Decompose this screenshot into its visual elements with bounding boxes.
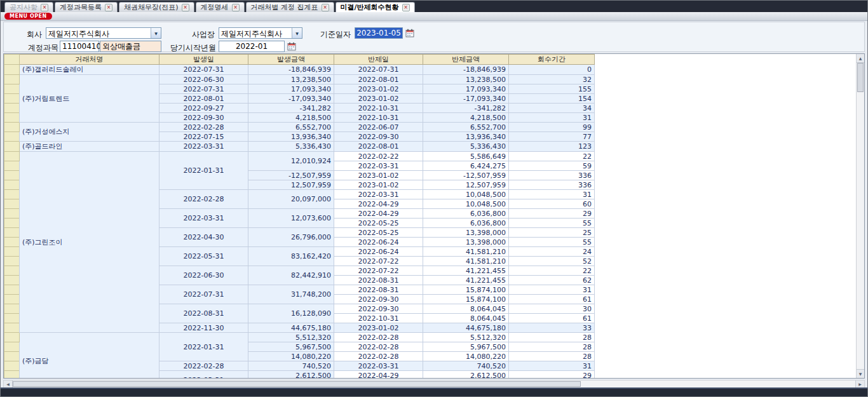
row-selector[interactable] xyxy=(4,266,20,276)
calendar-icon[interactable] xyxy=(405,28,415,38)
column-header: 발생금액 xyxy=(248,55,334,65)
collection-days-cell: 33 xyxy=(509,323,595,333)
account-name-field[interactable]: 외상매출금 xyxy=(100,41,161,52)
period-start-value: 2022-01 xyxy=(236,42,268,51)
occur-amount-cell: 83,162,420 xyxy=(248,247,334,266)
collection-days-cell: 61 xyxy=(509,295,595,304)
tab-2[interactable]: 계정과목등록× xyxy=(55,2,118,12)
column-header: 거래처명 xyxy=(20,55,159,65)
occur-amount-cell: 4,218,500 xyxy=(248,113,334,123)
occur-amount-cell: 12,507,959 xyxy=(248,180,334,190)
row-selector[interactable] xyxy=(4,219,20,228)
row-selector[interactable] xyxy=(4,180,20,190)
row-selector[interactable] xyxy=(4,247,20,257)
row-selector[interactable] xyxy=(4,132,20,142)
scroll-down-icon[interactable]: ▼ xyxy=(857,369,864,378)
tab-4[interactable]: 계정명세× xyxy=(196,2,245,12)
row-selector[interactable] xyxy=(4,142,20,152)
row-selector[interactable] xyxy=(4,323,20,333)
settle-date-cell: 2022-03-31 xyxy=(334,161,423,171)
row-selector[interactable] xyxy=(4,314,20,323)
settle-amount-cell: 13,398,000 xyxy=(423,228,509,238)
collection-days-cell: 55 xyxy=(509,219,595,228)
row-selector[interactable] xyxy=(4,209,20,219)
occur-amount-cell: -12,507,959 xyxy=(248,171,334,180)
collection-days-cell: 34 xyxy=(509,104,595,113)
occur-amount-cell: 5,512,320 xyxy=(248,333,334,342)
occur-amount-cell: -18,846,939 xyxy=(248,65,334,75)
row-selector[interactable] xyxy=(4,304,20,314)
vertical-scrollbar[interactable]: ▲ ▼ xyxy=(856,54,864,378)
occur-date-cell: 2022-02-28 xyxy=(159,190,248,209)
tab-close-icon[interactable]: × xyxy=(322,4,329,11)
results-table: 거래처명발생일발생금액반제일반제금액회수기간(주)갤러리드솔레이2022-07-… xyxy=(4,54,595,379)
settle-amount-cell: 12,507,959 xyxy=(423,180,509,190)
scroll-right-icon[interactable]: ▶ xyxy=(855,380,864,387)
row-selector[interactable] xyxy=(4,342,20,352)
row-selector[interactable] xyxy=(4,65,20,75)
settle-date-cell: 2022-02-28 xyxy=(334,352,423,361)
row-selector[interactable] xyxy=(4,84,20,94)
company-select[interactable]: 제일저지주식회사 ▼ xyxy=(46,27,161,39)
period-start-input[interactable]: 2022-01 xyxy=(219,41,285,52)
tab-5[interactable]: 거래처별 계정 집계표× xyxy=(246,2,334,12)
settle-date-cell: 2022-06-07 xyxy=(334,123,423,132)
row-selector[interactable] xyxy=(4,295,20,304)
settle-amount-cell: -12,507,959 xyxy=(423,171,509,180)
tab-close-icon[interactable]: × xyxy=(402,4,410,11)
tab-close-icon[interactable]: × xyxy=(232,4,240,11)
row-selector[interactable] xyxy=(4,276,20,285)
row-selector[interactable] xyxy=(4,104,20,113)
scroll-left-icon[interactable]: ◀ xyxy=(4,380,13,387)
occur-amount-cell: 31,748,200 xyxy=(248,285,334,304)
row-selector[interactable] xyxy=(4,361,20,371)
tab-close-icon[interactable]: × xyxy=(105,4,112,11)
menu-open-button[interactable]: MENU OPEN xyxy=(4,13,52,20)
base-date-input[interactable]: 2023-01-05 xyxy=(355,27,403,39)
scroll-up-icon[interactable]: ▲ xyxy=(857,54,864,63)
row-selector[interactable] xyxy=(4,371,20,379)
tab-close-icon[interactable]: × xyxy=(182,4,189,11)
occur-date-cell: 2022-08-01 xyxy=(159,94,248,104)
occur-amount-cell: 12,073,600 xyxy=(248,209,334,228)
row-selector[interactable] xyxy=(4,285,20,295)
settle-date-cell: 2022-04-29 xyxy=(334,199,423,209)
row-selector[interactable] xyxy=(4,113,20,123)
settle-amount-cell: 2,612,500 xyxy=(423,371,509,379)
occur-amount-cell: 5,336,430 xyxy=(248,142,334,152)
occur-date-cell: 2022-04-30 xyxy=(159,228,248,247)
row-selector[interactable] xyxy=(4,228,20,238)
row-selector[interactable] xyxy=(4,123,20,132)
tab-label: 공지사항 xyxy=(10,3,37,12)
vertical-scroll-thumb[interactable] xyxy=(857,63,864,92)
settle-date-cell: 2022-03-31 xyxy=(334,361,423,371)
settle-date-cell: 2022-05-25 xyxy=(334,228,423,238)
column-header: 회수기간 xyxy=(509,55,595,65)
row-selector[interactable] xyxy=(4,94,20,104)
row-selector[interactable] xyxy=(4,171,20,180)
account-code-input[interactable]: 11100410 xyxy=(60,41,99,52)
horizontal-scroll-thumb[interactable] xyxy=(13,381,581,387)
row-selector[interactable] xyxy=(4,333,20,342)
tab-6[interactable]: 미결/반제회수현황× xyxy=(336,2,415,12)
tab-3[interactable]: 채권채무장(전표)× xyxy=(119,2,194,12)
row-selector[interactable] xyxy=(4,257,20,266)
row-selector[interactable] xyxy=(4,152,20,161)
settle-date-cell: 2022-07-22 xyxy=(334,257,423,266)
table-row: (주)거성에스지2022-02-286,552,7002022-06-076,5… xyxy=(4,123,595,132)
row-selector[interactable] xyxy=(4,161,20,171)
settle-amount-cell: 13,238,500 xyxy=(423,75,509,84)
calendar-icon[interactable] xyxy=(287,41,297,51)
settle-amount-cell: 6,036,800 xyxy=(423,219,509,228)
row-selector[interactable] xyxy=(4,238,20,247)
settle-amount-cell: 5,336,430 xyxy=(423,142,509,152)
tab-close-icon[interactable]: × xyxy=(41,4,48,11)
collection-days-cell: 61 xyxy=(509,314,595,323)
row-selector[interactable] xyxy=(4,199,20,209)
row-selector[interactable] xyxy=(4,352,20,361)
row-selector[interactable] xyxy=(4,75,20,84)
row-selector[interactable] xyxy=(4,190,20,199)
tab-1[interactable]: 공지사항× xyxy=(4,2,53,12)
filter-panel: 회사 제일저지주식회사 ▼ 사업장 제일저지주식회사 ▼ 기준일자 2023-0… xyxy=(3,22,865,52)
settle-amount-cell: 5,967,500 xyxy=(423,342,509,352)
